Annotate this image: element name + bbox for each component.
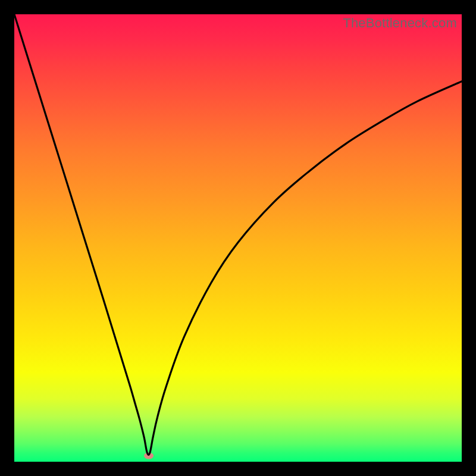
watermark-text: TheBottleneck.com (343, 15, 457, 31)
bottleneck-curve (14, 14, 462, 462)
plot-area: TheBottleneck.com (14, 14, 462, 462)
curve-path (14, 14, 462, 455)
